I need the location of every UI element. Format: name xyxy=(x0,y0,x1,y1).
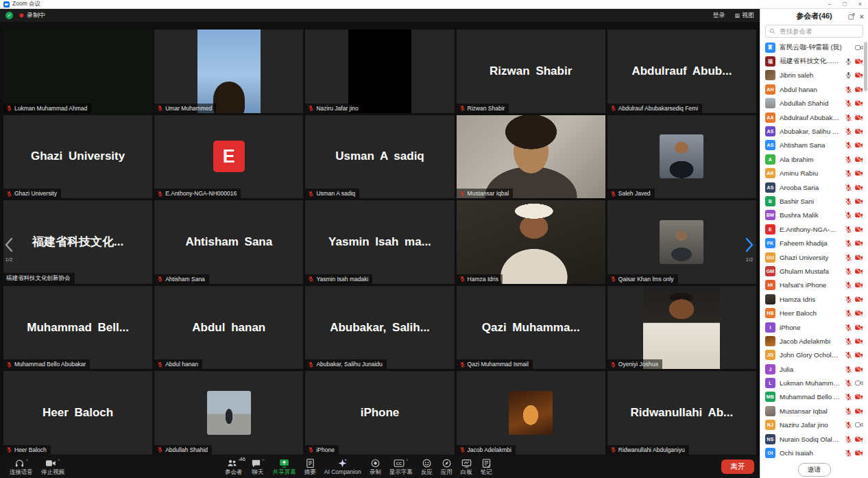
notes-button[interactable]: 笔记 xyxy=(477,455,496,478)
participant-row-bushra-malik[interactable]: BMBushra Malik xyxy=(760,208,868,222)
video-button[interactable]: ^停止视频 xyxy=(37,455,69,478)
video-tile-abdul-hanan[interactable]: Abdul hananAbdul hanan xyxy=(154,286,303,370)
video-tile-usman-a-sadiq[interactable]: Usman A sadiqUsman A sadiq xyxy=(305,115,454,199)
participant-search-box xyxy=(765,25,863,38)
chevron-up-icon[interactable]: ^ xyxy=(263,458,265,464)
video-tile-ridwanullahi-abdulganiyu[interactable]: Ridwanullahi Ab...Ridwanullahi Abdulgani… xyxy=(607,371,756,455)
participant-row-e-anthony-nga-nh000016[interactable]: EE.Anthony-NGA-NH000016 xyxy=(760,222,868,236)
participant-row-abdul-hanan[interactable]: AHAbdul hanan xyxy=(760,82,868,96)
video-tile-abdulrauf-abubakarsediq-femi[interactable]: Abdulrauf Abub...Abdulrauf Abubakarsediq… xyxy=(607,29,756,113)
participant-row-ghazi-university[interactable]: GUGhazi University xyxy=(760,250,868,264)
chevron-up-icon[interactable]: ^ xyxy=(26,458,28,464)
video-tile-mustansar-iqbal[interactable]: Mustansar Iqbal xyxy=(457,115,605,199)
captions-button[interactable]: CC^显示字幕 xyxy=(385,455,417,478)
search-input[interactable] xyxy=(778,27,859,36)
participant-row-julia[interactable]: JJulia xyxy=(760,362,868,376)
video-tile-ghazi-university[interactable]: Ghazi UniversityGhazi University xyxy=(3,115,152,199)
toolbar-item-label: 摘要 xyxy=(304,469,316,475)
participant-row-hafsat-s-iphone[interactable]: HIHafsat's iPhone xyxy=(760,278,868,292)
video-tile-qaisar-khan-lms-only[interactable]: Qaisar Khan lms only xyxy=(607,200,756,284)
video-tile-e-anthony-nga-nh000016[interactable]: EE.Anthony-NGA-NH000016 xyxy=(154,115,303,199)
video-tile-umar-muhammed[interactable]: Umar Muhammed xyxy=(154,29,303,113)
chat-button[interactable]: ^聊天 xyxy=(247,455,269,478)
video-tile-iphone[interactable]: iPhoneiPhone xyxy=(305,371,454,455)
video-tile-rizwan-shabir[interactable]: Rizwan ShabirRizwan Shabir xyxy=(457,29,605,113)
participant-row-arooba-saria[interactable]: ASArooba Saria xyxy=(760,180,868,194)
participants-button[interactable]: ^46参会者 xyxy=(221,455,247,478)
mic-muted-icon xyxy=(845,379,852,387)
participant-row[interactable] xyxy=(760,460,868,461)
participant-row-福建省科技文化-主持人[interactable]: 福福建省科技文化... (主持人) xyxy=(760,54,868,68)
next-page-arrow[interactable]: 1/2 xyxy=(742,237,757,263)
previous-page-arrow[interactable]: 1/2 xyxy=(1,237,16,263)
video-tile-ahtisham-sana[interactable]: Ahtisham SanaAhtisham Sana xyxy=(154,200,303,284)
toolbar-item-label: 反应 xyxy=(421,469,433,475)
participant-avatar: A xyxy=(765,154,775,165)
participant-row-mustansar-iqbal[interactable]: Mustansar Iqbal xyxy=(760,404,868,418)
video-tile-naziru-jafar-jino[interactable]: Naziru Jafar jino xyxy=(305,29,454,113)
video-tile-jacob-adelakmbi[interactable]: Jacob Adelakmbi xyxy=(457,371,605,455)
close-button[interactable]: × xyxy=(858,1,862,8)
minimize-button[interactable]: − xyxy=(828,1,831,8)
ai-button[interactable]: AI Companion xyxy=(320,455,365,478)
participant-row-hamza-idris[interactable]: Hamza Idris xyxy=(760,292,868,306)
popout-icon[interactable] xyxy=(848,13,855,20)
chevron-up-icon[interactable]: ^ xyxy=(58,458,60,464)
video-tile-oyeniyi-joshua[interactable]: Oyeniyi Joshua xyxy=(607,286,756,370)
participant-name: Jacob Adelakmbi xyxy=(780,337,841,345)
participant-name: Lukman Muhammad Ahmad xyxy=(780,379,841,387)
scrollbar[interactable] xyxy=(864,42,867,91)
video-tile-yasmin-isah-madaki[interactable]: Yasmin Isah ma...Yasmin Isah madaki xyxy=(305,200,454,284)
participant-row-aminu-rabiu[interactable]: ARAminu Rabiu xyxy=(760,167,868,180)
participant-row-naziru-jafar-jino[interactable]: NJNaziru Jafar jino xyxy=(760,418,868,432)
participant-row-abdulrauf-abubakarsediq-femi[interactable]: AAAbdulrauf Abubakarsediq Femi xyxy=(760,110,868,124)
participant-name: Arooba Saria xyxy=(780,184,841,191)
mic-muted-icon xyxy=(308,446,314,453)
invite-button[interactable]: 邀请 xyxy=(798,463,831,477)
participant-row-ahtisham-sana[interactable]: ASAhtisham Sana xyxy=(760,139,868,152)
apps-button[interactable]: 应用 xyxy=(437,455,457,478)
reactions-button[interactable]: 反应 xyxy=(417,455,437,478)
whiteboard-button[interactable]: 白板 xyxy=(457,455,477,478)
meeting-info-icon[interactable]: ✓ xyxy=(5,12,13,19)
maximize-button[interactable]: □ xyxy=(843,1,846,8)
share-button[interactable]: 共享屏幕 xyxy=(269,455,300,478)
participant-avatar: AR xyxy=(765,168,775,178)
tile-display-name: iPhone xyxy=(305,371,454,455)
video-tile-福建省科技文化创新协会[interactable]: 福建省科技文化...福建省科技文化创新协会 xyxy=(3,200,152,284)
audio-button[interactable]: ^连接语音 xyxy=(5,455,37,478)
video-tile-qazi-muhammad-ismail[interactable]: Qazi Muhamma...Qazi Muhammad Ismail xyxy=(457,286,605,370)
summary-button[interactable]: 摘要 xyxy=(300,455,320,478)
participant-row-lukman-muhammad-ahmad[interactable]: LLukman Muhammad Ahmad xyxy=(760,376,868,390)
participant-row-faheem-khadija[interactable]: FKFaheem khadija xyxy=(760,236,868,250)
participant-row-jacob-adelakmbi[interactable]: Jacob Adelakmbi xyxy=(760,334,868,348)
leave-button[interactable]: 离开 xyxy=(721,459,754,474)
video-tile-hamza-idris[interactable]: Hamza Idris xyxy=(457,200,605,284)
participant-row-iphone[interactable]: IiPhone xyxy=(760,320,868,334)
view-button[interactable]: ⊞视图 xyxy=(734,11,754,20)
participant-row-富民云咖-钟雷颖-我[interactable]: 富富民云咖-钟雷颖 (我) xyxy=(760,40,868,54)
participant-status-icons xyxy=(845,184,863,191)
video-tile-saleh-javed[interactable]: Saleh Javed xyxy=(607,115,756,199)
participant-row-abdullah-shahid[interactable]: Abdullah Shahid xyxy=(760,97,868,110)
record-button[interactable]: 录制 xyxy=(365,455,385,478)
participant-row-nurain-sodiq-olalekan[interactable]: NSNurain Sodiq Olalekan xyxy=(760,432,868,446)
participant-row-abubakar-salihu-junaidu[interactable]: ASAbubakar, Salihu Junaidu xyxy=(760,124,868,138)
participant-row-heer-baloch[interactable]: HBHeer Baloch xyxy=(760,306,868,320)
video-tile-heer-baloch[interactable]: Heer BalochHeer Baloch xyxy=(3,371,152,455)
participant-avatar: AA xyxy=(765,112,775,123)
chevron-up-icon[interactable]: ^ xyxy=(406,458,408,464)
participant-row-ala-ibrahim[interactable]: AAla Ibrahim xyxy=(760,152,868,166)
video-tile-muhammad-bello-abubakar[interactable]: Muhammad Bell...Muhammad Bello Abubakar xyxy=(3,286,152,370)
participant-row-muhammad-bello-abubakar[interactable]: MBMuhammad Bello Abubakar xyxy=(760,390,868,404)
signin-button[interactable]: 登录 xyxy=(712,11,725,20)
participant-row-john-glory-ocholongwa[interactable]: JGJohn Glory Ocholongwa xyxy=(760,348,868,362)
video-tile-abubakar-salihu-junaidu[interactable]: Abubakar, Salih...Abubakar, Salihu Junai… xyxy=(305,286,454,370)
close-panel-icon[interactable]: × xyxy=(860,12,864,21)
participant-row-ochi-isaiah[interactable]: OIOchi Isaiah xyxy=(760,446,868,459)
video-tile-lukman-muhammad-ahmad[interactable]: Lukman Muhammad Ahmad xyxy=(3,29,152,113)
video-tile-abdullah-shahid[interactable]: Abdullah Shahid xyxy=(154,371,303,455)
participant-row-bashir-sani[interactable]: BBashir Sani xyxy=(760,194,868,208)
participant-row-jibrin-saleh[interactable]: Jibrin saleh xyxy=(760,69,868,82)
participant-row-ghulam-mustafa[interactable]: GMGhulam Mustafa xyxy=(760,264,868,278)
